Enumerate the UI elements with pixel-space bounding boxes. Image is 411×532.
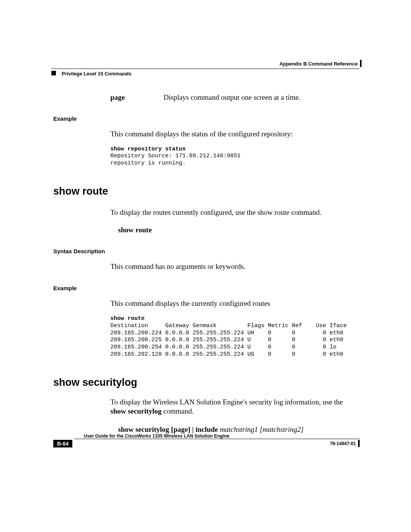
header-section: Privilege Level 15 Commands: [53, 71, 132, 77]
example-label-1: Example: [53, 115, 358, 122]
code-cmd-1: show repository status: [110, 146, 186, 152]
appendix-text: Appendix B Command Reference: [279, 61, 358, 67]
header-bar-icon: [360, 60, 362, 67]
param-desc: Displays command output one screen at a …: [164, 93, 301, 101]
heading-show-route: show route: [53, 185, 358, 197]
header-appendix: Appendix B Command Reference: [279, 61, 358, 67]
footer-doc-number: 78-14947-01: [330, 441, 356, 446]
code-body-1: Repository Source: 171.69.212.146:9851 r…: [110, 153, 241, 166]
seclog-intro-b: show securitylog: [110, 407, 162, 415]
footer-rule: [74, 439, 360, 439]
route-code-body: Destination Gateway Genmask Flags Metric…: [110, 323, 347, 358]
seclog-intro: To display the Wireless LAN Solution Eng…: [110, 398, 358, 416]
route-syntax-desc: This command has no arguments or keyword…: [110, 262, 358, 272]
seclog-intro-a: To display the Wireless LAN Solution Eng…: [110, 398, 343, 406]
seclog-syntax-bold: show securitylog [page] | include: [118, 425, 220, 433]
route-example-intro: This command displays the currently conf…: [110, 299, 358, 308]
route-intro: To display the routes currently configur…: [110, 208, 358, 217]
footer-page-number: B-64: [53, 440, 72, 447]
route-code-cmd: show route: [110, 315, 145, 322]
header-rule: [51, 69, 360, 69]
seclog-intro-c: command.: [162, 407, 194, 415]
seclog-syntax-italic: matchstring1 [matchstring2]: [220, 425, 304, 433]
param-term: page: [110, 93, 162, 102]
section-text: Privilege Level 15 Commands: [62, 71, 132, 77]
example-intro-1: This command displays the status of the …: [110, 129, 358, 139]
seclog-syntax: show securitylog [page] | include matchs…: [118, 425, 358, 434]
route-code: show route Destination Gateway Genmask F…: [110, 315, 358, 358]
syntax-description-label: Syntax Description: [53, 248, 358, 254]
route-syntax-cmd: show route: [118, 226, 358, 234]
heading-show-securitylog: show securitylog: [53, 377, 358, 388]
param-row: page Displays command output one screen …: [110, 93, 358, 102]
footer-bar-icon: [358, 440, 360, 447]
example-code-1: show repository status Repository Source…: [110, 146, 358, 167]
main-content: page Displays command output one screen …: [53, 93, 358, 434]
example-label-2: Example: [53, 285, 358, 291]
footer-guide: User Guide for the CiscoWorks 1105 Wirel…: [84, 433, 229, 439]
